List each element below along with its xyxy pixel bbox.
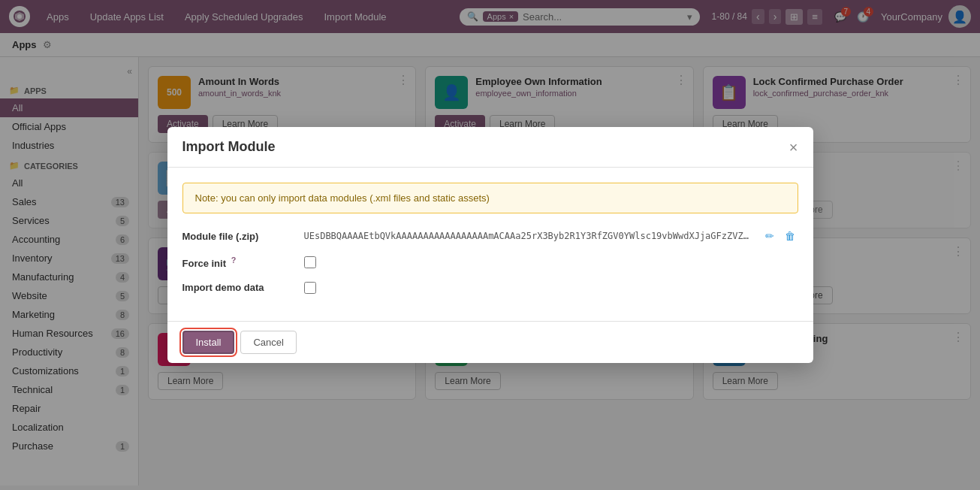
import-demo-label: Import demo data bbox=[182, 282, 295, 293]
modal-close-button[interactable]: × bbox=[789, 140, 798, 155]
force-init-checkbox[interactable] bbox=[304, 256, 316, 268]
modal-title: Import Module bbox=[182, 139, 276, 155]
import-demo-row: Import demo data bbox=[182, 282, 798, 294]
file-field-row: Module file (.zip) UEsDBBQAAAAEtbQVkAAAA… bbox=[182, 228, 798, 243]
import-alert: Note: you can only import data modules (… bbox=[182, 183, 798, 213]
modal-footer: Install Cancel bbox=[167, 321, 813, 363]
import-demo-checkbox[interactable] bbox=[304, 282, 316, 294]
modal-body: Note: you can only import data modules (… bbox=[167, 168, 813, 320]
cancel-button[interactable]: Cancel bbox=[240, 331, 296, 354]
install-button[interactable]: Install bbox=[182, 331, 235, 354]
delete-file-button[interactable]: 🗑 bbox=[782, 228, 798, 243]
edit-file-button[interactable]: ✏ bbox=[762, 228, 777, 243]
force-init-help[interactable]: ? bbox=[231, 256, 237, 265]
file-label: Module file (.zip) bbox=[182, 231, 295, 242]
modal-overlay[interactable]: Import Module × Note: you can only impor… bbox=[0, 0, 980, 485]
force-init-label: Force init ? bbox=[182, 256, 295, 269]
import-module-modal: Import Module × Note: you can only impor… bbox=[167, 127, 813, 362]
modal-header: Import Module × bbox=[167, 127, 813, 168]
file-value: UEsDBBQAAAAEtbQVkAAAAAAAAAAAAAAAAAmACAAa… bbox=[304, 231, 753, 241]
file-actions: ✏ 🗑 bbox=[762, 228, 798, 243]
force-init-row: Force init ? bbox=[182, 256, 798, 269]
